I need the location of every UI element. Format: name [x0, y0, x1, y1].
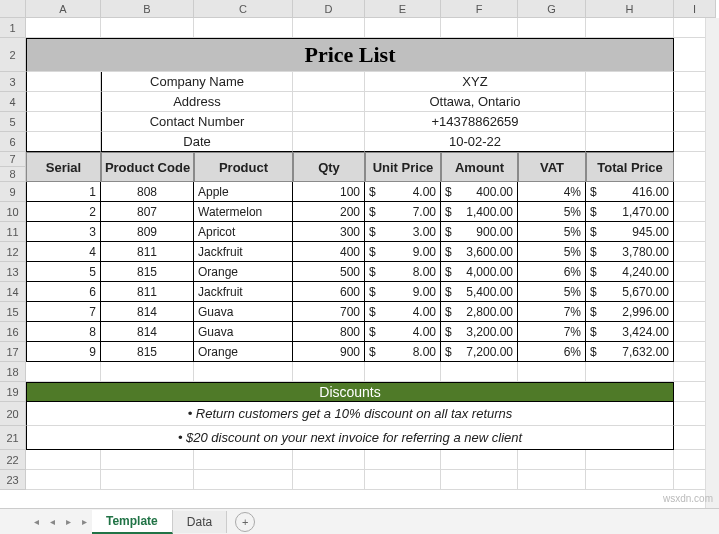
row-header-15[interactable]: 15: [0, 302, 26, 322]
cell-unit-price[interactable]: $7.00: [365, 202, 441, 222]
cell-code[interactable]: 811: [101, 282, 194, 302]
cell-code[interactable]: 807: [101, 202, 194, 222]
cell-total[interactable]: $1,470.00: [586, 202, 674, 222]
cell-vat[interactable]: 5%: [518, 202, 586, 222]
cell-qty[interactable]: 500: [293, 262, 365, 282]
cell-total[interactable]: $3,780.00: [586, 242, 674, 262]
cell-amount[interactable]: $1,400.00: [441, 202, 518, 222]
cell-total[interactable]: $2,996.00: [586, 302, 674, 322]
cell-vat[interactable]: 5%: [518, 222, 586, 242]
row-header-11[interactable]: 11: [0, 222, 26, 242]
row-header-7[interactable]: 7: [0, 152, 26, 167]
cell-vat[interactable]: 5%: [518, 242, 586, 262]
cell-vat[interactable]: 6%: [518, 262, 586, 282]
cell-serial[interactable]: 8: [26, 322, 101, 342]
column-header-f[interactable]: F: [441, 0, 518, 18]
nav-last-icon[interactable]: ▸: [77, 515, 91, 529]
row-header-4[interactable]: 4: [0, 92, 26, 112]
tab-data[interactable]: Data: [173, 511, 227, 533]
cell-amount[interactable]: $2,800.00: [441, 302, 518, 322]
column-header-b[interactable]: B: [101, 0, 194, 18]
select-all-corner[interactable]: [0, 0, 26, 18]
column-header-d[interactable]: D: [293, 0, 365, 18]
cell-product[interactable]: Orange: [194, 262, 293, 282]
row-header-3[interactable]: 3: [0, 72, 26, 92]
cell-total[interactable]: $416.00: [586, 182, 674, 202]
cell-product[interactable]: Watermelon: [194, 202, 293, 222]
row-header-6[interactable]: 6: [0, 132, 26, 152]
cell-code[interactable]: 815: [101, 262, 194, 282]
cell-serial[interactable]: 4: [26, 242, 101, 262]
cell-code[interactable]: 815: [101, 342, 194, 362]
cell-serial[interactable]: 2: [26, 202, 101, 222]
cell-product[interactable]: Apricot: [194, 222, 293, 242]
cell-serial[interactable]: 5: [26, 262, 101, 282]
cell-qty[interactable]: 800: [293, 322, 365, 342]
cell-amount[interactable]: $5,400.00: [441, 282, 518, 302]
cell-qty[interactable]: 600: [293, 282, 365, 302]
nav-prev-icon[interactable]: ◂: [45, 515, 59, 529]
column-header-e[interactable]: E: [365, 0, 441, 18]
row-header-13[interactable]: 13: [0, 262, 26, 282]
add-sheet-button[interactable]: +: [235, 512, 255, 532]
cell-vat[interactable]: 7%: [518, 302, 586, 322]
cell-amount[interactable]: $7,200.00: [441, 342, 518, 362]
row-header-1[interactable]: 1: [0, 18, 26, 38]
column-header-g[interactable]: G: [518, 0, 586, 18]
cell-vat[interactable]: 4%: [518, 182, 586, 202]
cell-qty[interactable]: 900: [293, 342, 365, 362]
column-header-h[interactable]: H: [586, 0, 674, 18]
row-header-9[interactable]: 9: [0, 182, 26, 202]
cell-qty[interactable]: 400: [293, 242, 365, 262]
cell-product[interactable]: Guava: [194, 302, 293, 322]
cell-total[interactable]: $4,240.00: [586, 262, 674, 282]
cell-product[interactable]: Apple: [194, 182, 293, 202]
column-header-a[interactable]: A: [26, 0, 101, 18]
cell-vat[interactable]: 7%: [518, 322, 586, 342]
row-header-23[interactable]: 23: [0, 470, 26, 490]
row-header-20[interactable]: 20: [0, 402, 26, 426]
column-header-c[interactable]: C: [194, 0, 293, 18]
row-header-17[interactable]: 17: [0, 342, 26, 362]
cell-unit-price[interactable]: $9.00: [365, 282, 441, 302]
row-header-21[interactable]: 21: [0, 426, 26, 450]
cell-unit-price[interactable]: $4.00: [365, 302, 441, 322]
row-header-5[interactable]: 5: [0, 112, 26, 132]
cell-amount[interactable]: $3,200.00: [441, 322, 518, 342]
cell-code[interactable]: 811: [101, 242, 194, 262]
cell-total[interactable]: $5,670.00: [586, 282, 674, 302]
vertical-scrollbar[interactable]: [705, 18, 719, 508]
nav-first-icon[interactable]: ◂: [29, 515, 43, 529]
cell-serial[interactable]: 7: [26, 302, 101, 322]
row-header-12[interactable]: 12: [0, 242, 26, 262]
cell-total[interactable]: $945.00: [586, 222, 674, 242]
cell-qty[interactable]: 700: [293, 302, 365, 322]
cell-unit-price[interactable]: $8.00: [365, 342, 441, 362]
cell-serial[interactable]: 1: [26, 182, 101, 202]
cell-product[interactable]: Guava: [194, 322, 293, 342]
cell-amount[interactable]: $3,600.00: [441, 242, 518, 262]
row-header-22[interactable]: 22: [0, 450, 26, 470]
cell-product[interactable]: Jackfruit: [194, 242, 293, 262]
cell-unit-price[interactable]: $4.00: [365, 322, 441, 342]
cell-code[interactable]: 809: [101, 222, 194, 242]
cell-qty[interactable]: 100: [293, 182, 365, 202]
cell-serial[interactable]: 9: [26, 342, 101, 362]
cell-product[interactable]: Orange: [194, 342, 293, 362]
cell-product[interactable]: Jackfruit: [194, 282, 293, 302]
row-header-10[interactable]: 10: [0, 202, 26, 222]
column-header-i[interactable]: I: [674, 0, 716, 18]
row-header-14[interactable]: 14: [0, 282, 26, 302]
cell-unit-price[interactable]: $3.00: [365, 222, 441, 242]
cell-qty[interactable]: 300: [293, 222, 365, 242]
cell-serial[interactable]: 6: [26, 282, 101, 302]
cell-unit-price[interactable]: $4.00: [365, 182, 441, 202]
row-header-2[interactable]: 2: [0, 38, 26, 72]
cell-serial[interactable]: 3: [26, 222, 101, 242]
cell-total[interactable]: $3,424.00: [586, 322, 674, 342]
row-header-19[interactable]: 19: [0, 382, 26, 402]
cell-vat[interactable]: 5%: [518, 282, 586, 302]
cell-unit-price[interactable]: $9.00: [365, 242, 441, 262]
nav-next-icon[interactable]: ▸: [61, 515, 75, 529]
cell-code[interactable]: 814: [101, 302, 194, 322]
